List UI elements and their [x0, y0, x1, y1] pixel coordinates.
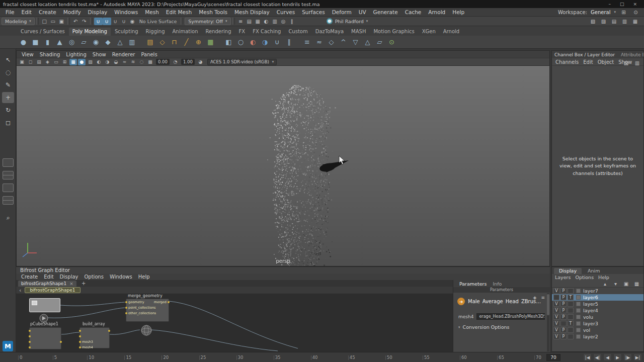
smooth-tool-icon[interactable]: ○	[235, 37, 246, 47]
use-all-lights-icon[interactable]: ◐	[95, 59, 103, 65]
shelf-tab-animation[interactable]: Animation	[169, 28, 202, 36]
shelf-tab-motion-graphics[interactable]: Motion Graphics	[370, 28, 418, 36]
step-back-frame-button[interactable]: ◀|	[593, 353, 602, 361]
layer-color-swatch[interactable]	[576, 308, 581, 313]
multisampling-icon[interactable]: ≋	[129, 59, 137, 65]
display-type-toggle[interactable]: T	[568, 321, 574, 326]
reduce-icon[interactable]: ▽	[350, 37, 361, 47]
snap-to-curve-icon[interactable]: ∪	[103, 18, 111, 25]
port-dot[interactable]	[29, 346, 31, 348]
menu-file[interactable]: File	[2, 9, 18, 15]
exposure-field[interactable]: 0.00	[156, 59, 170, 65]
bridge-tool-icon[interactable]: ⊓	[169, 37, 180, 47]
menu-mesh-display[interactable]: Mesh Display	[231, 9, 273, 15]
menu-create[interactable]: Create	[35, 9, 60, 15]
bevel-tool-icon[interactable]: ◇	[157, 37, 168, 47]
port-dot[interactable]	[29, 335, 31, 337]
pin-icon[interactable]: ◈	[533, 295, 537, 300]
maximize-button[interactable]: □	[620, 2, 624, 7]
user-account-menu[interactable]: ☻ Phil Radford ▾	[327, 18, 368, 24]
workspace-lock-icon[interactable]: ⊙	[631, 9, 640, 16]
port-dot[interactable]	[108, 330, 110, 332]
layer-name[interactable]: volu	[583, 314, 593, 320]
display-type-toggle[interactable]	[568, 288, 574, 294]
gamma-field[interactable]: 1.00	[181, 59, 195, 65]
layer-color-swatch[interactable]	[576, 334, 581, 339]
paint-select-tool-icon[interactable]: ✎	[2, 79, 14, 90]
separate-icon[interactable]: ∥	[284, 37, 294, 47]
viewport-menu-renderer[interactable]: Renderer	[109, 52, 138, 57]
layer-row[interactable]: V P volu	[552, 314, 643, 320]
symmetry-selector[interactable]: Symmetry: Off▾	[185, 18, 230, 25]
scale-tool-icon[interactable]: ◻	[2, 117, 14, 128]
poly-pipe-icon[interactable]: ▥	[127, 37, 137, 47]
render-current-frame-icon[interactable]: ▦	[254, 18, 262, 25]
compound-node-icon[interactable]: ➔	[457, 298, 465, 305]
play-forward-button[interactable]: ▶	[613, 353, 622, 361]
playback-toggle[interactable]: P	[560, 295, 567, 300]
screen-space-ao-icon[interactable]: ◒	[112, 59, 120, 65]
merge-geometry-node[interactable]: geometry merged point_collections other_…	[126, 299, 169, 322]
channels-menu[interactable]: Channels	[555, 59, 579, 65]
poly-disc-icon[interactable]: ◉	[91, 37, 101, 47]
bifrost-menu-edit[interactable]: Edit	[41, 274, 56, 280]
object-menu[interactable]: Object	[598, 59, 614, 65]
bifrost-menu-options[interactable]: Options	[81, 274, 107, 280]
shelf-tab-rendering[interactable]: Rendering	[202, 28, 234, 36]
menu-set-selector[interactable]: Modeling▾	[2, 18, 35, 25]
shelf-tab-xgen[interactable]: XGen	[419, 28, 439, 36]
maya-logo-icon[interactable]: M	[3, 341, 13, 351]
visibility-toggle[interactable]: V	[553, 288, 559, 294]
layout-four-pane-button[interactable]	[3, 196, 14, 205]
tab-info[interactable]: Info	[493, 281, 502, 287]
sphere-geometry-node[interactable]	[140, 324, 152, 336]
minimize-button[interactable]: –	[608, 2, 611, 7]
mirror-tool-icon[interactable]: ◧	[223, 37, 234, 47]
offset-edge-loop-icon[interactable]: ≈	[314, 37, 325, 47]
poly-platonic-icon[interactable]: ◆	[103, 37, 113, 47]
menu-cache[interactable]: Cache	[401, 9, 425, 15]
layer-row[interactable]: V P vol	[552, 327, 643, 333]
gamma-icon[interactable]: ◕	[197, 59, 204, 65]
boolean-difference-icon[interactable]: ◑	[260, 37, 270, 47]
edit-menu[interactable]: Edit	[583, 59, 593, 65]
layer-name[interactable]: layer7	[583, 288, 598, 294]
close-button[interactable]: ×	[633, 2, 637, 7]
poly-plane-icon[interactable]: ▱	[78, 37, 89, 47]
layer-color-swatch[interactable]	[576, 328, 581, 332]
shelf-tab-daztomaya[interactable]: DazToMaya	[312, 28, 347, 36]
channel-manip-mode-icon[interactable]: ▥	[633, 59, 641, 67]
bifrost-menu-display[interactable]: Display	[57, 274, 82, 280]
snap-to-point-icon[interactable]: ∪	[111, 18, 120, 25]
port-dot[interactable]	[79, 335, 81, 337]
textured-icon[interactable]: ▨	[87, 59, 94, 65]
display-type-toggle[interactable]	[568, 327, 574, 333]
layout-two-pane-button[interactable]	[3, 171, 14, 179]
visibility-toggle[interactable]: V	[553, 327, 559, 333]
layer-name[interactable]: layer6	[583, 295, 598, 300]
port-dot[interactable]	[79, 330, 81, 332]
bifrost-menu-windows[interactable]: Windows	[107, 274, 135, 280]
open-scene-icon[interactable]: ▭	[49, 18, 57, 25]
menu-windows[interactable]: Windows	[111, 9, 141, 15]
poly-cylinder-icon[interactable]: ▮	[42, 37, 53, 47]
boolean-union-icon[interactable]: ◐	[248, 37, 258, 47]
save-scene-icon[interactable]: ▣	[57, 18, 66, 25]
bifrost-node-graph[interactable]: pCubeShape1 build_array mesh3 mesh4 merg…	[16, 294, 453, 352]
layer-row[interactable]: V P layer7	[552, 288, 643, 294]
menu-help[interactable]: Help	[449, 9, 468, 15]
poly-cube-icon[interactable]: ■	[30, 37, 41, 47]
layer-row[interactable]: V P layer4	[552, 307, 643, 314]
insert-edge-loop-icon[interactable]: ≡	[302, 37, 312, 47]
playback-toggle[interactable]: P	[560, 301, 567, 307]
menu-uv[interactable]: UV	[355, 9, 370, 15]
group-separator[interactable]	[90, 18, 93, 25]
menu-edit[interactable]: Edit	[18, 9, 35, 15]
layer-color-swatch[interactable]	[576, 289, 581, 293]
port-dot[interactable]	[79, 341, 81, 343]
target-weld-tool-icon[interactable]: ⊕	[193, 37, 204, 47]
exposure-icon[interactable]: ◔	[172, 59, 179, 65]
display-type-toggle[interactable]	[568, 314, 574, 320]
layer-name[interactable]: layer3	[583, 321, 598, 326]
section-expand-icon[interactable]: ▾	[458, 325, 460, 329]
